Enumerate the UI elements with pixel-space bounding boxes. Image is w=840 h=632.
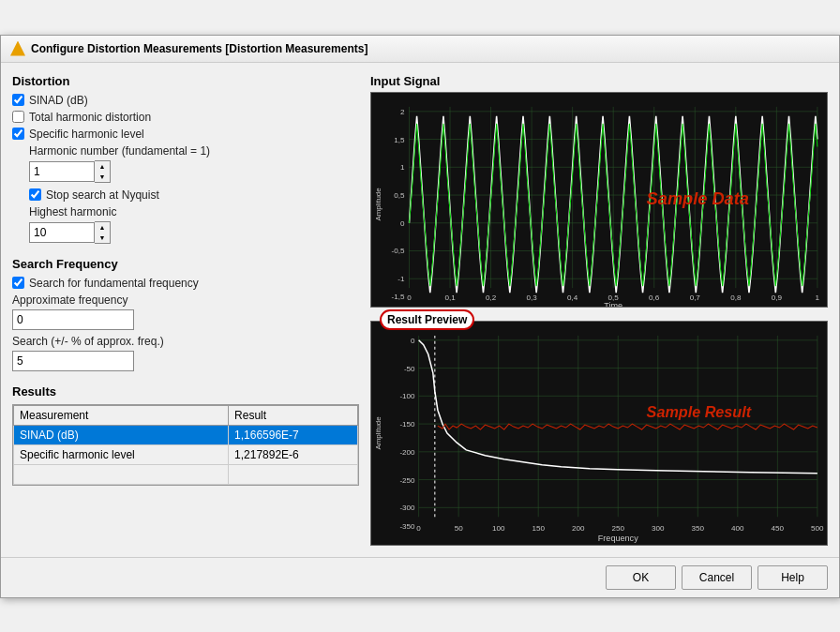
help-button[interactable]: Help xyxy=(758,565,828,590)
harmonic-number-up[interactable]: ▲ xyxy=(95,161,110,172)
sinad-row: SINAD (dB) xyxy=(12,94,359,107)
svg-text:-300: -300 xyxy=(399,504,415,512)
highest-harmonic-up[interactable]: ▲ xyxy=(95,222,110,233)
svg-text:Amplitude: Amplitude xyxy=(374,187,382,220)
svg-text:100: 100 xyxy=(492,524,505,533)
title-icon xyxy=(10,41,25,56)
highest-harmonic-spinner-buttons: ▲ ▼ xyxy=(95,221,111,244)
title-bar: Configure Distortion Measurements [Disto… xyxy=(1,36,839,63)
sample-data-label: Sample Data xyxy=(647,189,749,208)
table-row[interactable] xyxy=(14,464,358,484)
input-signal-chart: 2 1,5 1 0,5 0 -0,5 -1 -1,5 0 0,1 0,2 0,3 xyxy=(370,92,828,308)
approx-freq-label: Approximate frequency xyxy=(12,293,359,307)
svg-text:300: 300 xyxy=(652,524,665,533)
svg-text:0: 0 xyxy=(400,218,405,227)
stop-search-row: Stop search at Nyquist xyxy=(29,188,359,202)
harmonic-number-input[interactable] xyxy=(29,161,95,182)
svg-text:2: 2 xyxy=(400,107,405,115)
highest-harmonic-down[interactable]: ▼ xyxy=(95,233,110,243)
sample-result-label: Sample Result xyxy=(647,403,752,420)
results-section: Results Measurement Result SINAD (dB) xyxy=(12,384,359,486)
svg-text:250: 250 xyxy=(612,524,625,533)
cancel-button[interactable]: Cancel xyxy=(682,565,752,590)
svg-text:0,4: 0,4 xyxy=(567,293,578,302)
svg-text:Time: Time xyxy=(604,301,622,307)
specific-harmonic-row: Specific harmonic level xyxy=(12,128,359,141)
right-panel: Input Signal xyxy=(370,74,828,546)
sinad-label: SINAD (dB) xyxy=(29,94,88,107)
svg-text:0,7: 0,7 xyxy=(690,293,701,302)
harmonic-number-spinner-buttons: ▲ ▼ xyxy=(95,160,111,183)
search-fundamental-checkbox[interactable] xyxy=(12,277,24,289)
harmonic-number-spinner-row: ▲ ▼ xyxy=(29,160,359,183)
row1-result: 1,166596E-7 xyxy=(229,425,358,444)
highest-harmonic-input[interactable] xyxy=(29,222,95,243)
row2-measurement: Specific harmonic level xyxy=(14,444,229,464)
svg-text:1: 1 xyxy=(400,163,405,172)
stop-search-label: Stop search at Nyquist xyxy=(46,188,159,202)
approx-freq-input[interactable] xyxy=(12,309,134,330)
results-table-container: Measurement Result SINAD (dB) 1,166596E-… xyxy=(12,404,359,486)
svg-text:450: 450 xyxy=(772,524,785,533)
result-preview-chart: 0 -50 -100 -150 -200 -250 -300 -350 0 50… xyxy=(370,321,828,546)
svg-rect-40 xyxy=(371,322,827,545)
highest-harmonic-label: Highest harmonic xyxy=(29,205,359,218)
svg-text:-1: -1 xyxy=(398,275,405,283)
svg-text:500: 500 xyxy=(811,524,824,533)
search-range-input[interactable] xyxy=(12,351,134,371)
total-harmonic-checkbox[interactable] xyxy=(12,111,24,123)
result-preview-wrapper: Result Preview xyxy=(370,321,828,546)
svg-text:-0,5: -0,5 xyxy=(391,247,404,255)
svg-text:-1,5: -1,5 xyxy=(391,293,404,301)
svg-text:400: 400 xyxy=(731,524,744,533)
col-measurement: Measurement xyxy=(14,405,229,425)
harmonic-sub-section: Harmonic number (fundamental = 1) ▲ ▼ St… xyxy=(29,144,359,244)
bottom-bar: OK Cancel Help xyxy=(1,557,839,597)
svg-text:0,3: 0,3 xyxy=(526,293,537,302)
search-fundamental-label: Search for fundamental frequency xyxy=(29,277,199,290)
total-harmonic-label: Total harmonic distortion xyxy=(29,111,151,124)
stop-search-checkbox[interactable] xyxy=(29,188,41,201)
row1-measurement: SINAD (dB) xyxy=(14,425,229,444)
specific-harmonic-checkbox[interactable] xyxy=(12,128,24,140)
specific-harmonic-label: Specific harmonic level xyxy=(29,128,144,141)
svg-text:-250: -250 xyxy=(399,475,415,484)
svg-text:0: 0 xyxy=(416,524,421,533)
row2-result: 1,217892E-6 xyxy=(229,444,358,464)
left-panel: Distortion SINAD (dB) Total harmonic dis… xyxy=(12,74,359,546)
svg-text:-350: -350 xyxy=(399,522,415,531)
sinad-checkbox[interactable] xyxy=(12,94,24,106)
input-signal-title: Input Signal xyxy=(370,74,828,88)
window-title: Configure Distortion Measurements [Disto… xyxy=(31,42,368,55)
svg-text:Frequency: Frequency xyxy=(598,534,638,543)
result-preview-label: Result Preview xyxy=(380,309,474,330)
svg-text:1: 1 xyxy=(816,293,820,302)
svg-text:350: 350 xyxy=(692,524,705,533)
svg-text:0,5: 0,5 xyxy=(394,191,405,200)
table-row[interactable]: SINAD (dB) 1,166596E-7 xyxy=(14,425,358,444)
results-table: Measurement Result SINAD (dB) 1,166596E-… xyxy=(13,405,358,485)
harmonic-number-label: Harmonic number (fundamental = 1) xyxy=(29,144,359,158)
row3-result xyxy=(229,464,358,484)
results-title: Results xyxy=(12,384,359,399)
svg-text:Amplitude: Amplitude xyxy=(374,415,382,449)
input-signal-svg: 2 1,5 1 0,5 0 -0,5 -1 -1,5 0 0,1 0,2 0,3 xyxy=(371,93,827,307)
result-preview-svg: 0 -50 -100 -150 -200 -250 -300 -350 0 50… xyxy=(371,322,827,545)
svg-text:-100: -100 xyxy=(399,392,415,400)
svg-text:0,2: 0,2 xyxy=(486,293,497,302)
svg-text:-150: -150 xyxy=(399,420,415,429)
harmonic-number-down[interactable]: ▼ xyxy=(95,172,110,182)
svg-text:200: 200 xyxy=(572,524,585,533)
table-row[interactable]: Specific harmonic level 1,217892E-6 xyxy=(14,444,358,464)
svg-text:0,8: 0,8 xyxy=(730,293,742,302)
ok-button[interactable]: OK xyxy=(606,565,676,590)
distortion-section: Distortion SINAD (dB) Total harmonic dis… xyxy=(12,74,359,244)
main-window: Configure Distortion Measurements [Disto… xyxy=(0,35,840,598)
col-result: Result xyxy=(229,405,358,425)
distortion-title: Distortion xyxy=(12,74,359,88)
search-range-label: Search (+/- % of approx. freq.) xyxy=(12,335,359,348)
svg-text:50: 50 xyxy=(455,524,464,533)
svg-text:0,1: 0,1 xyxy=(444,293,456,302)
row3-measurement xyxy=(14,464,229,484)
highest-harmonic-spinner-row: ▲ ▼ xyxy=(29,221,359,244)
